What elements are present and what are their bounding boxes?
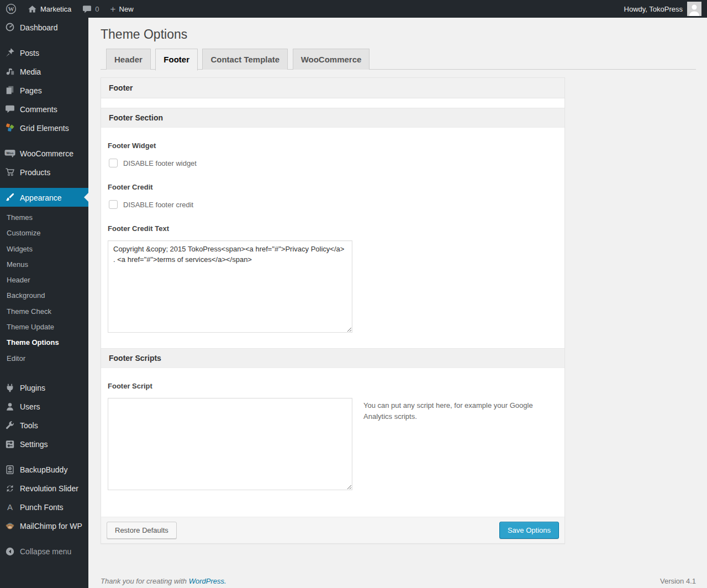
sidebar-item-media[interactable]: Media: [0, 62, 88, 81]
site-name-menu[interactable]: Marketica: [22, 0, 77, 18]
page-title: Theme Options: [101, 25, 696, 49]
sidebar-item-label: Tools: [20, 421, 38, 429]
sidebar-item-plugins[interactable]: Plugins: [0, 379, 88, 397]
footer-credit-label: Footer Credit: [108, 183, 557, 191]
menu-separator: [0, 36, 88, 43]
footer-scripts-heading: Footer Scripts: [101, 348, 564, 368]
footer-script-field: Footer Script You can put any script her…: [108, 382, 557, 490]
disable-footer-credit-label: DISABLE footer credit: [123, 201, 193, 209]
svg-text:W: W: [8, 6, 14, 12]
dashboard-icon: [4, 22, 15, 33]
sidebar-item-label: Revolution Slider: [20, 484, 78, 492]
footer-widget-field: Footer Widget DISABLE footer widget: [108, 141, 557, 167]
footer-section-heading: Footer Section: [101, 108, 564, 128]
disable-footer-widget-checkbox[interactable]: [109, 159, 118, 167]
sidebar-item-mailchimp[interactable]: MailChimp for WP: [0, 517, 88, 536]
media-icon: [4, 66, 15, 77]
disable-footer-credit-checkbox[interactable]: [109, 200, 118, 209]
sidebar-item-label: Dashboard: [20, 23, 58, 32]
submenu-item-theme-options[interactable]: Theme Options: [0, 335, 88, 350]
menu-separator: [0, 137, 88, 144]
submenu-item-header[interactable]: Header: [0, 272, 88, 288]
sidebar-item-dashboard[interactable]: Dashboard: [0, 18, 88, 36]
wrench-icon: [4, 420, 15, 431]
sidebar-item-grid-elements[interactable]: Grid Elements: [0, 118, 88, 137]
footer-widget-label: Footer Widget: [108, 141, 557, 150]
user-icon: [4, 401, 15, 412]
sidebar-item-posts[interactable]: Posts: [0, 43, 88, 62]
admin-bar: W Marketica 0 New Howdy, TokoPress: [0, 0, 707, 18]
backup-drive-icon: [4, 464, 15, 475]
sidebar-item-label: Plugins: [20, 384, 45, 392]
refresh-arrows-icon: [4, 483, 15, 494]
sidebar-item-woocommerce[interactable]: Woo WooCommerce: [0, 144, 88, 162]
wordpress-logo[interactable]: W: [0, 0, 22, 18]
sidebar-item-label: Collapse menu: [20, 547, 71, 555]
sidebar-item-products[interactable]: Products: [0, 162, 88, 181]
tab-woocommerce[interactable]: WooCommerce: [293, 49, 370, 70]
home-icon: [28, 4, 37, 14]
tab-header[interactable]: Header: [106, 49, 151, 70]
panel-title: Footer: [101, 78, 564, 98]
sidebar-item-users[interactable]: Users: [0, 397, 88, 416]
sidebar-item-revolution-slider[interactable]: Revolution Slider: [0, 479, 88, 498]
footer-script-help-text: You can put any script here, for example…: [363, 398, 535, 422]
comments-count: 0: [95, 5, 99, 13]
cart-icon: [4, 166, 15, 177]
submenu-item-background[interactable]: Background: [0, 288, 88, 303]
panel-action-bar: Restore Defaults Save Options: [101, 517, 564, 543]
sidebar-item-label: Media: [20, 67, 41, 76]
tab-contact-template[interactable]: Contact Template: [202, 49, 288, 70]
submenu-item-customize[interactable]: Customize: [0, 225, 88, 241]
avatar: [687, 2, 701, 16]
submenu-item-theme-check[interactable]: Theme Check: [0, 304, 88, 319]
sidebar-item-label: Pages: [20, 86, 42, 95]
new-content-menu[interactable]: New: [105, 0, 139, 18]
disable-footer-widget-row[interactable]: DISABLE footer widget: [108, 159, 557, 167]
menu-separator: [0, 181, 88, 188]
footer-script-label: Footer Script: [108, 382, 557, 390]
sidebar-item-punch-fonts[interactable]: Punch Fonts: [0, 498, 88, 517]
main-content: Theme Options Header Footer Contact Temp…: [88, 18, 707, 588]
new-label: New: [119, 5, 134, 13]
sidebar-item-settings[interactable]: Settings: [0, 435, 88, 454]
sidebar-item-pages[interactable]: Pages: [0, 81, 88, 99]
theme-options-tabs: Header Footer Contact Template WooCommer…: [101, 49, 696, 70]
menu-separator: [0, 372, 88, 379]
submenu-item-themes[interactable]: Themes: [0, 210, 88, 225]
comments-shortcut[interactable]: 0: [77, 0, 104, 18]
sidebar-item-backupbuddy[interactable]: BackupBuddy: [0, 460, 88, 479]
sidebar-item-label: Users: [20, 402, 40, 411]
save-options-button[interactable]: Save Options: [499, 522, 559, 539]
disable-footer-credit-row[interactable]: DISABLE footer credit: [108, 200, 557, 209]
submenu-item-widgets[interactable]: Widgets: [0, 242, 88, 257]
appearance-submenu: Themes Customize Widgets Menus Header Ba…: [0, 207, 88, 372]
admin-menu: Dashboard Posts Media Pages Comments: [0, 18, 88, 588]
sidebar-item-label: Appearance: [20, 193, 62, 202]
paintbrush-icon: [4, 192, 15, 203]
sidebar-item-label: MailChimp for WP: [20, 522, 82, 530]
restore-defaults-button[interactable]: Restore Defaults: [107, 522, 177, 539]
sidebar-item-tools[interactable]: Tools: [0, 416, 88, 435]
wordpress-link[interactable]: WordPress.: [189, 577, 226, 585]
sidebar-item-comments[interactable]: Comments: [0, 99, 88, 118]
footer-credit-text-textarea[interactable]: Copyright &copy; 2015 TokoPress<span><a …: [108, 240, 352, 333]
submenu-item-theme-update[interactable]: Theme Update: [0, 319, 88, 335]
account-menu[interactable]: Howdy, TokoPress: [619, 0, 707, 18]
tab-footer[interactable]: Footer: [155, 49, 198, 71]
svg-text:Woo: Woo: [7, 151, 14, 155]
menu-separator: [0, 536, 88, 542]
footer-credit-field: Footer Credit DISABLE footer credit: [108, 183, 557, 209]
footer-credit-text-field: Footer Credit Text Copyright &copy; 2015…: [108, 224, 557, 335]
monkey-icon: [4, 521, 15, 532]
sidebar-item-appearance[interactable]: Appearance: [0, 188, 88, 207]
submenu-item-editor[interactable]: Editor: [0, 351, 88, 366]
footer-script-textarea[interactable]: [108, 398, 352, 490]
sidebar-item-label: Products: [20, 168, 50, 176]
collapse-menu-button[interactable]: Collapse menu: [0, 542, 88, 561]
submenu-item-menus[interactable]: Menus: [0, 257, 88, 272]
sidebar-item-label: Grid Elements: [20, 124, 69, 132]
collapse-arrow-icon: [4, 546, 15, 557]
footer-thanks-text: Thank you for creating with WordPress.: [101, 577, 226, 585]
disable-footer-widget-label: DISABLE footer widget: [123, 159, 197, 167]
